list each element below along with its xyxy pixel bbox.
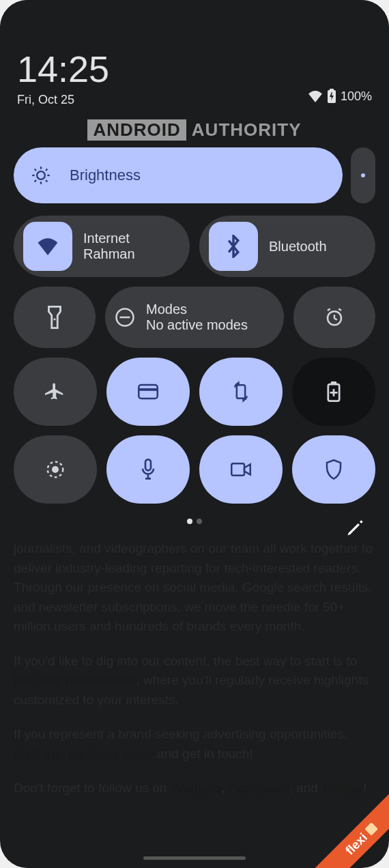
autorotate-icon [231,381,250,403]
newsletter-link[interactable]: join our newsletters [14,673,136,687]
alarm-icon [324,307,345,328]
flashlight-icon [46,306,63,329]
camera-tile[interactable] [199,435,283,504]
svg-rect-15 [139,385,158,399]
live-caption-icon [45,459,66,480]
internet-title: Internet [83,231,135,246]
svg-point-11 [361,173,365,177]
brightness-icon [31,166,51,185]
battery-charging-icon [327,89,336,104]
alarm-tile[interactable] [293,287,375,348]
privacy-tile[interactable] [292,435,375,504]
brightness-label: Brightness [70,167,141,184]
modes-sub: No active modes [146,317,248,333]
article-content: journalists, and videographers on our te… [0,539,389,813]
status-time: 14:25 [17,48,372,90]
battery-saver-icon [327,381,341,402]
watermark: ANDROID AUTHORITY [14,119,375,141]
svg-rect-23 [231,463,244,476]
svg-point-21 [52,466,59,473]
bluetooth-tile-icon [209,222,258,271]
youtube-link[interactable]: Youtube [171,781,222,795]
live-caption-tile[interactable] [14,435,97,504]
battery-percent: 100% [341,89,372,104]
article-p4a: Don't forget to follow us on [14,781,171,795]
article-p3b: and get in touch! [154,747,253,761]
brightness-slider[interactable]: Brightness [14,147,343,203]
brightness-extra[interactable] [351,147,375,203]
modes-title: Modes [146,302,248,317]
svg-line-8 [46,180,47,182]
svg-rect-19 [331,381,336,384]
article-p2a: If you'd like to dig into our content, t… [14,654,357,668]
bluetooth-title: Bluetooth [269,239,327,255]
internet-sub: Rahman [83,246,135,262]
mic-icon [141,459,156,480]
svg-rect-16 [139,388,158,391]
camera-icon [231,462,251,477]
facebook-link[interactable]: Facebook [229,781,289,795]
svg-line-10 [46,169,47,171]
wallet-tile[interactable] [106,358,190,426]
airplane-icon [45,381,66,402]
svg-line-7 [35,169,36,171]
gesture-bar[interactable] [143,856,246,860]
twitter-link[interactable]: Twitter [321,781,363,795]
autorotate-tile[interactable] [199,358,283,426]
shield-icon [325,459,343,480]
partners-link[interactable]: visit our partners page [14,747,154,761]
svg-rect-1 [330,89,334,91]
modes-tile[interactable]: Modes No active modes [105,287,284,348]
svg-point-2 [37,171,45,179]
wallet-icon [138,384,158,400]
airplane-tile[interactable] [14,358,97,426]
page-indicator [187,519,202,524]
wifi-tile-icon [23,222,72,271]
dnd-icon [115,307,135,328]
internet-tile[interactable]: Internet Rahman [14,216,190,277]
mic-tile[interactable] [106,435,190,504]
svg-rect-24 [364,822,378,836]
wifi-icon [308,90,323,102]
svg-rect-17 [237,385,245,399]
svg-rect-22 [145,459,151,470]
quick-settings-panel: 14:25 Fri, Oct 25 100% ANDROID AUTHORITY… [0,0,389,557]
article-p3a: If you represent a brand seeking adverti… [14,727,347,741]
flashlight-tile[interactable] [14,287,96,348]
article-p1: journalists, and videographers on our te… [14,541,373,633]
bluetooth-tile[interactable]: Bluetooth [199,216,375,277]
svg-line-9 [35,180,36,182]
edit-icon[interactable] [345,519,364,538]
battery-saver-tile[interactable] [292,358,375,426]
